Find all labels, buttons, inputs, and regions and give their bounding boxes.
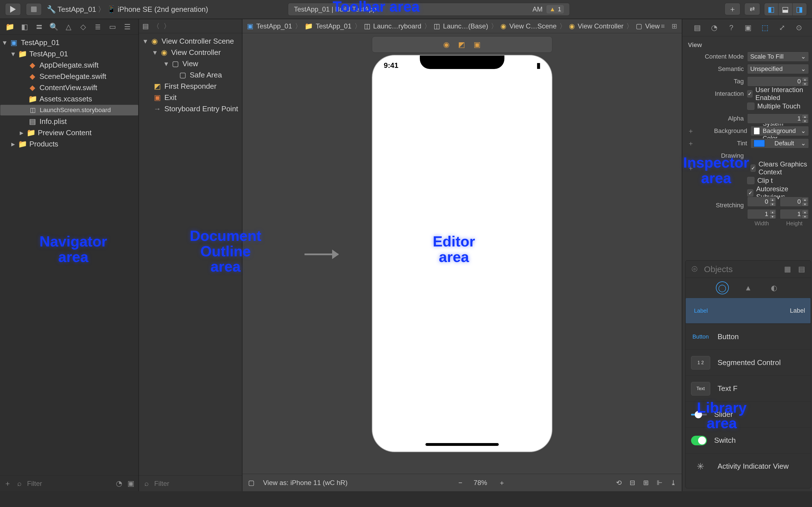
source-control-navigator-tab[interactable]: ◧ bbox=[20, 22, 29, 32]
outline-viewcontroller[interactable]: ▾◉View Controller bbox=[139, 47, 242, 58]
embed-in-icon[interactable]: ⊟ bbox=[629, 479, 635, 487]
stretch-x-field[interactable]: 0▴▾ bbox=[747, 196, 776, 207]
find-navigator-tab[interactable]: 🔍 bbox=[49, 22, 59, 32]
navigator-filter-input[interactable] bbox=[27, 480, 111, 488]
tree-file-scenedelegate[interactable]: ◆SceneDelegate.swift bbox=[0, 71, 139, 82]
add-target-button[interactable]: ＋ bbox=[3, 480, 12, 488]
tint-select[interactable]: Default⌄ bbox=[751, 138, 809, 149]
identity-inspector-tab[interactable]: ▣ bbox=[743, 22, 753, 33]
media-tab[interactable]: ▲ bbox=[742, 282, 754, 294]
library-item-label[interactable]: LabelLabel bbox=[686, 298, 811, 324]
list-view-icon[interactable]: ▤ bbox=[797, 265, 806, 274]
outline-exit[interactable]: ▣Exit bbox=[139, 92, 242, 103]
outline-filter-input[interactable] bbox=[154, 480, 239, 488]
tree-folder-products[interactable]: ▸📁Products bbox=[0, 138, 139, 150]
history-forward-button[interactable]: 〉 bbox=[163, 22, 170, 31]
tree-file-contentview[interactable]: ◆ContentView.swift bbox=[0, 82, 139, 93]
connections-inspector-tab[interactable]: ⊙ bbox=[794, 22, 804, 33]
stretch-y-field[interactable]: 0▴▾ bbox=[780, 196, 809, 207]
library-item-textfield[interactable]: TextText F bbox=[686, 376, 811, 401]
exit-icon[interactable]: ▣ bbox=[474, 40, 481, 49]
device-frame[interactable]: 9:41 ▮ bbox=[372, 55, 552, 452]
tag-stepper[interactable]: ▴▾ bbox=[802, 77, 808, 86]
scm-filter-icon[interactable]: ▣ bbox=[126, 479, 135, 488]
autoresize-checkbox[interactable] bbox=[747, 189, 753, 196]
outline-view[interactable]: ▾▢View bbox=[139, 58, 242, 69]
toggle-debug-area[interactable]: ⬓ bbox=[778, 3, 793, 15]
library-search-input[interactable]: Objects bbox=[704, 265, 778, 274]
color-tab[interactable]: ◐ bbox=[768, 282, 780, 294]
alpha-field[interactable]: 1▴▾ bbox=[747, 114, 809, 124]
clip-checkbox[interactable] bbox=[747, 177, 755, 184]
breadcrumb-item[interactable]: View bbox=[645, 22, 660, 30]
breadcrumb-item[interactable]: View Controller bbox=[578, 22, 623, 30]
zoom-out-button[interactable]: − bbox=[458, 479, 462, 487]
interface-builder-canvas[interactable]: ◉ ◩ ▣ 9:41 ▮ bbox=[243, 33, 682, 474]
editor-options-icon[interactable]: ≡ bbox=[661, 22, 665, 30]
project-navigator-tab[interactable]: 📁 bbox=[5, 22, 15, 32]
issue-navigator-tab[interactable]: △ bbox=[64, 22, 73, 32]
attributes-inspector-tab[interactable]: ⬚ bbox=[760, 22, 770, 33]
clears-graphics-checkbox[interactable] bbox=[751, 165, 756, 172]
update-frames-icon[interactable]: ⟲ bbox=[616, 479, 622, 487]
report-navigator-tab[interactable]: ☰ bbox=[122, 22, 132, 32]
tree-file-assets[interactable]: 📁Assets.xcassets bbox=[0, 93, 139, 105]
background-select[interactable]: System Background Color⌄ bbox=[751, 126, 809, 136]
breadcrumb-item[interactable]: View C…Scene bbox=[509, 22, 557, 30]
quickhelp-inspector-tab[interactable]: ? bbox=[726, 22, 737, 33]
history-inspector-tab[interactable]: ◔ bbox=[709, 22, 719, 33]
library-button[interactable]: ＋ bbox=[725, 3, 741, 15]
library-item-button[interactable]: ButtonButton bbox=[686, 324, 811, 349]
breadcrumb-item[interactable]: TestApp_01 bbox=[256, 22, 292, 30]
history-back-button[interactable]: 〈 bbox=[153, 22, 160, 31]
stretch-w-field[interactable]: 1▴▾ bbox=[747, 209, 776, 219]
pin-icon[interactable]: ⊩ bbox=[657, 479, 663, 487]
outline-toggle-button[interactable]: ▤ bbox=[142, 22, 149, 30]
tree-project-root[interactable]: ▾▣TestApp_01 bbox=[0, 37, 139, 48]
toggle-inspector[interactable]: ◨ bbox=[793, 3, 807, 15]
grid-view-icon[interactable]: ▦ bbox=[783, 265, 792, 274]
add-property-button[interactable]: ＋ bbox=[688, 139, 694, 148]
breadcrumb-item[interactable]: Launc…(Base) bbox=[443, 22, 488, 30]
view-as-label[interactable]: View as: iPhone 11 (wC hR) bbox=[263, 479, 348, 487]
jump-bar[interactable]: ▣TestApp_01〉 📁TestApp_01〉 ◫Launc…ryboard… bbox=[243, 19, 682, 33]
symbol-navigator-tab[interactable]: 〓 bbox=[35, 22, 44, 32]
outline-scene[interactable]: ▾◉View Controller Scene bbox=[139, 36, 242, 47]
scene-dock[interactable]: ◉ ◩ ▣ bbox=[372, 36, 552, 53]
first-responder-icon[interactable]: ◩ bbox=[458, 40, 465, 49]
test-navigator-tab[interactable]: ◇ bbox=[79, 22, 88, 32]
objects-tab[interactable]: ◯ bbox=[716, 282, 728, 294]
outline-entrypoint[interactable]: →Storyboard Entry Point bbox=[139, 103, 242, 114]
tree-file-launchscreen[interactable]: ◫LaunchScreen.storyboard bbox=[0, 105, 139, 116]
multiple-touch-checkbox[interactable] bbox=[747, 103, 755, 110]
semantic-select[interactable]: Unspecified⌄ bbox=[747, 64, 809, 74]
tree-folder-preview[interactable]: ▸📁Preview Content bbox=[0, 127, 139, 138]
toggle-navigator[interactable]: ◧ bbox=[764, 3, 778, 15]
user-interaction-checkbox[interactable] bbox=[747, 90, 753, 98]
library-item-activity[interactable]: ✳︎Activity Indicator View bbox=[686, 453, 811, 479]
tree-folder[interactable]: ▾📁TestApp_01 bbox=[0, 48, 139, 59]
run-button[interactable] bbox=[5, 3, 21, 15]
outline-first-responder[interactable]: ◩First Responder bbox=[139, 80, 242, 92]
view-controller-icon[interactable]: ◉ bbox=[443, 40, 450, 49]
warning-badge[interactable]: ▲ 1 bbox=[546, 5, 564, 13]
stretch-h-field[interactable]: 1▴▾ bbox=[780, 209, 809, 219]
device-config-icon[interactable]: ▢ bbox=[248, 479, 255, 487]
library-item-slider[interactable]: Slider bbox=[686, 401, 811, 427]
breadcrumb-item[interactable]: Launc…ryboard bbox=[373, 22, 421, 30]
file-inspector-tab[interactable]: ▤ bbox=[693, 22, 703, 33]
zoom-in-button[interactable]: ＋ bbox=[499, 478, 505, 487]
scheme-selector[interactable]: 🔧 TestApp_01 〉 📱 iPhone SE (2nd generati… bbox=[47, 4, 208, 14]
add-editor-icon[interactable]: ⊞ bbox=[672, 22, 677, 30]
stop-button[interactable] bbox=[26, 3, 42, 15]
filter-icon[interactable]: ⦾ bbox=[690, 265, 700, 274]
size-inspector-tab[interactable]: ⤢ bbox=[777, 22, 787, 33]
library-item-switch[interactable]: Switch bbox=[686, 427, 811, 453]
alpha-stepper[interactable]: ▴▾ bbox=[802, 114, 808, 123]
content-mode-select[interactable]: Scale To Fill⌄ bbox=[747, 52, 809, 62]
add-property-button[interactable]: ＋ bbox=[688, 126, 694, 135]
code-review-button[interactable]: ⇄ bbox=[744, 3, 760, 15]
debug-navigator-tab[interactable]: ≣ bbox=[93, 22, 103, 32]
tag-field[interactable]: 0▴▾ bbox=[747, 76, 809, 87]
tree-file-appdelegate[interactable]: ◆AppDelegate.swift bbox=[0, 59, 139, 71]
